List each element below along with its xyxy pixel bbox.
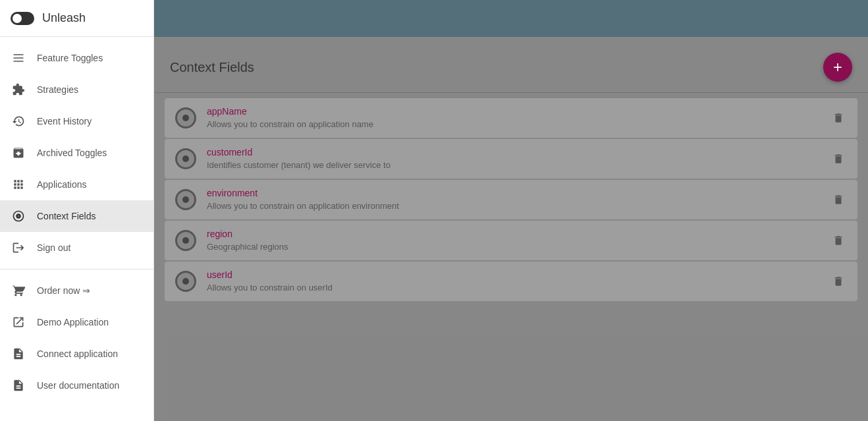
context-field-icon <box>175 271 196 292</box>
context-field-description: Allows you to constrain on userId <box>207 283 333 293</box>
sidebar-item-label: Archived Toggles <box>37 148 107 158</box>
content-divider <box>154 92 868 93</box>
sidebar-item-feature-toggles[interactable]: Feature Toggles <box>0 42 153 74</box>
sidebar-item-archived-toggles[interactable]: Archived Toggles <box>0 137 153 169</box>
context-field-content: userId Allows you to constrain on userId <box>207 269 819 293</box>
sidebar-item-label: Applications <box>37 179 87 190</box>
context-field-name-link[interactable]: userId <box>207 269 819 280</box>
content-header: Context Fields + <box>154 37 868 92</box>
sidebar-item-sign-out[interactable]: Sign out <box>0 232 153 264</box>
context-fields-list: appName Allows you to constrain on appli… <box>154 98 868 301</box>
context-field-icon <box>175 230 196 251</box>
context-field-content: appName Allows you to constrain on appli… <box>207 106 819 130</box>
context-field-icon <box>175 148 196 169</box>
sidebar-divider <box>0 269 153 269</box>
sidebar-logo: Unleash <box>0 0 153 37</box>
list-icon <box>11 50 26 66</box>
sidebar-item-label: Feature Toggles <box>37 53 103 63</box>
page-title: Context Fields <box>170 60 254 75</box>
sidebar-item-order-now[interactable]: Order now ⇒ <box>0 275 153 306</box>
sidebar-item-label: Connect application <box>37 349 118 359</box>
grid-icon <box>11 177 26 192</box>
puzzle-icon <box>11 82 26 98</box>
sidebar-item-demo-application[interactable]: Demo Application <box>0 306 153 338</box>
context-field-item-appname: appName Allows you to constrain on appli… <box>165 98 857 138</box>
context-field-description: Geographical regions <box>207 242 288 252</box>
sidebar-item-applications[interactable]: Applications <box>0 169 153 200</box>
context-field-item-userid: userId Allows you to constrain on userId <box>165 262 857 301</box>
delete-environment-button[interactable] <box>830 191 847 208</box>
delete-customerid-button[interactable] <box>830 150 847 167</box>
main-header <box>154 0 868 37</box>
sidebar-item-user-documentation[interactable]: User documentation <box>0 370 153 401</box>
delete-appname-button[interactable] <box>830 109 847 126</box>
sidebar-item-strategies[interactable]: Strategies <box>0 74 153 105</box>
context-field-icon <box>175 189 196 210</box>
context-field-name-link[interactable]: customerId <box>207 147 819 157</box>
sidebar-item-label: Context Fields <box>37 211 95 221</box>
history-icon <box>11 113 26 129</box>
sidebar-nav: Feature Toggles Strategies Event History… <box>0 37 153 421</box>
context-field-description: Identifies customer (tenant) we deliver … <box>207 160 391 170</box>
context-field-item-customerid: customerId Identifies customer (tenant) … <box>165 139 857 179</box>
context-field-content: region Geographical regions <box>207 229 819 252</box>
context-field-icon <box>175 107 196 128</box>
context-field-name-link[interactable]: environment <box>207 188 819 198</box>
sidebar-item-event-history[interactable]: Event History <box>0 105 153 137</box>
sidebar-item-label: Event History <box>37 116 92 126</box>
main-content: Context Fields + appName Allows you to c… <box>154 0 868 421</box>
signout-icon <box>11 240 26 256</box>
sidebar-item-label: Order now ⇒ <box>37 285 90 296</box>
context-field-description: Allows you to constrain on application n… <box>207 119 373 129</box>
toggle-logo-icon <box>11 12 34 25</box>
context-field-description: Allows you to constrain on application e… <box>207 201 399 211</box>
cart-icon <box>11 283 26 298</box>
sidebar: Unleash Feature Toggles Strategies Event… <box>0 0 154 421</box>
sidebar-item-label: Strategies <box>37 84 78 95</box>
app-title: Unleash <box>42 11 86 25</box>
sidebar-item-connect-application[interactable]: Connect application <box>0 338 153 370</box>
content-area: Context Fields + appName Allows you to c… <box>154 37 868 421</box>
sidebar-item-label: Demo Application <box>37 317 109 327</box>
sidebar-item-label: User documentation <box>37 380 119 391</box>
archive-icon <box>11 145 26 161</box>
sidebar-item-label: Sign out <box>37 242 70 253</box>
context-field-content: customerId Identifies customer (tenant) … <box>207 147 819 171</box>
doc-icon2 <box>11 378 26 393</box>
context-field-name-link[interactable]: region <box>207 229 819 239</box>
external-icon <box>11 314 26 330</box>
context-field-item-region: region Geographical regions <box>165 221 857 260</box>
radio-icon <box>11 208 26 224</box>
context-field-content: environment Allows you to constrain on a… <box>207 188 819 211</box>
sidebar-item-context-fields[interactable]: Context Fields <box>0 200 153 232</box>
add-context-field-button[interactable]: + <box>823 53 852 82</box>
context-field-item-environment: environment Allows you to constrain on a… <box>165 180 857 219</box>
doc-icon <box>11 346 26 362</box>
delete-userid-button[interactable] <box>830 273 847 290</box>
delete-region-button[interactable] <box>830 232 847 249</box>
context-field-name-link[interactable]: appName <box>207 106 819 117</box>
